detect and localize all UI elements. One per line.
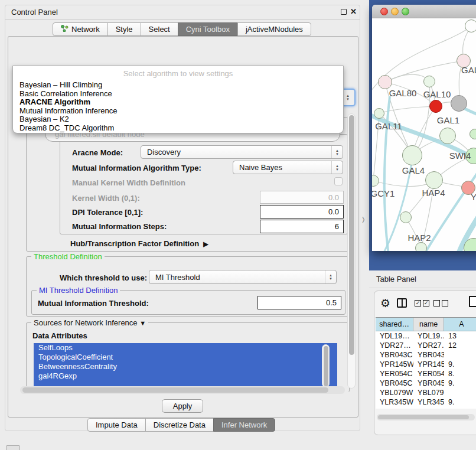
- minimized-panel-icon[interactable]: [6, 445, 20, 450]
- hub-definition-toggle[interactable]: Hub/Transcription Factor Definition ▶: [70, 239, 208, 248]
- table-cell: YLR345W: [376, 397, 413, 407]
- mac-zoom-icon[interactable]: [402, 8, 409, 15]
- table-cell: 9.: [444, 397, 476, 407]
- data-attributes-list[interactable]: SelfLoopsTopologicalCoefficientBetweenne…: [34, 343, 337, 389]
- attribute-item[interactable]: gal4RGexp: [34, 371, 337, 381]
- float-window-icon[interactable]: [341, 9, 347, 15]
- network-node[interactable]: [470, 129, 476, 139]
- apply-button[interactable]: Apply: [162, 399, 203, 413]
- table-cell: YDR27…: [413, 341, 444, 350]
- table-row[interactable]: YER054CYER054C8.: [376, 369, 476, 379]
- table-cell: 9.: [444, 407, 476, 409]
- network-canvas[interactable]: GALGAL80GAL10GAL1GAL11SWI4GAL4GCY1HAP4YH…: [372, 18, 476, 251]
- attribute-item[interactable]: TopologicalCoefficient: [34, 353, 337, 362]
- table-header-row: shared… name A: [376, 318, 476, 331]
- mi-steps-input[interactable]: 6: [260, 220, 344, 233]
- dropdown-item[interactable]: Mutual Information Inference: [13, 107, 343, 116]
- node-label: GCY1: [372, 188, 395, 198]
- network-node[interactable]: [374, 108, 384, 119]
- close-icon[interactable]: ✕: [350, 7, 357, 16]
- mac-minimize-icon[interactable]: [391, 8, 399, 15]
- dropdown-item[interactable]: Basic Correlation Inference: [13, 90, 343, 99]
- tab-impute-data[interactable]: Impute Data: [87, 418, 146, 432]
- dropdown-item[interactable]: Bayesian – Hill Climbing: [13, 81, 343, 90]
- table-row[interactable]: YIL052CYIL052C9.: [376, 407, 476, 409]
- control-panel-tabbar: NetworkStyleSelectCyni ToolboxjActiveMNo…: [53, 22, 311, 36]
- column-header[interactable]: name: [413, 318, 444, 331]
- table-cell: YDL19…: [413, 331, 444, 341]
- table-row[interactable]: YBR043CYBR043C: [376, 350, 476, 360]
- table-panel: ⚙ ✓ ✓ shared… name A YDL19…YDL19…13YDR27…: [374, 291, 476, 435]
- column-header[interactable]: shared…: [376, 318, 413, 331]
- panel-divider-grip[interactable]: ❭: [361, 216, 365, 223]
- network-node[interactable]: [415, 242, 427, 251]
- tab-network[interactable]: Network: [53, 22, 108, 36]
- gear-icon[interactable]: ⚙: [380, 296, 390, 310]
- tab-infer-network[interactable]: Infer Network: [213, 418, 275, 432]
- node-label: GAL1: [437, 115, 459, 125]
- network-node[interactable]: [465, 19, 476, 32]
- settings-vertical-scrollbar[interactable]: [347, 113, 356, 389]
- sources-group: Sources for Network Inference ▼ Data Att…: [26, 322, 350, 392]
- network-node[interactable]: [425, 171, 443, 189]
- table-cell: YBR045C: [376, 379, 413, 388]
- deselect-all-icon[interactable]: [442, 300, 448, 306]
- select-all-icon[interactable]: ✓: [415, 300, 421, 306]
- manual-kernel-checkbox[interactable]: [334, 177, 343, 185]
- table-row[interactable]: YLR345WYLR345W9.: [376, 397, 476, 407]
- combo-stepper-icon: ▲▼: [331, 161, 343, 174]
- settings-horizontal-scrollbar[interactable]: [20, 386, 345, 394]
- attribute-item[interactable]: BetweennessCentrality: [34, 362, 337, 371]
- deselect-all-icon[interactable]: [433, 300, 440, 306]
- table-row[interactable]: YDL19…YDL19…13: [376, 331, 476, 341]
- network-node[interactable]: [439, 128, 456, 144]
- tab-style[interactable]: Style: [107, 22, 141, 36]
- network-node[interactable]: [423, 76, 435, 87]
- settings-scroll-area: Cyni Algorithm Settings Algorithm Defini…: [9, 112, 358, 396]
- tab-jactivemnodules[interactable]: jActiveMNodules: [237, 22, 311, 36]
- select-all-icon[interactable]: ✓: [423, 300, 429, 306]
- table-row[interactable]: YBL079WYBL079W: [376, 388, 476, 397]
- dropdown-item[interactable]: Dream8 DC_TDC Algorithm: [13, 124, 343, 133]
- column-header[interactable]: A: [444, 318, 476, 331]
- dpi-tolerance-input[interactable]: 0.0: [260, 205, 344, 219]
- export-table-icon[interactable]: [469, 296, 476, 307]
- tab-select[interactable]: Select: [141, 22, 178, 36]
- node-label: GAL80: [389, 88, 417, 98]
- network-node[interactable]: [451, 95, 467, 112]
- columns-icon[interactable]: [397, 298, 407, 308]
- kernel-width-label: Kernel Width (0,1):: [72, 194, 140, 203]
- aracne-mode-combo[interactable]: Discovery ▲▼: [141, 145, 343, 159]
- table-row[interactable]: YPR145WYPR145W9.: [376, 360, 476, 369]
- tab-cyni-toolbox[interactable]: Cyni Toolbox: [178, 22, 238, 36]
- mac-close-icon[interactable]: [380, 8, 388, 15]
- kernel-width-input[interactable]: 0.0: [260, 191, 344, 204]
- table-cell: YIL052C: [376, 407, 413, 409]
- which-threshold-value: MI Threshold: [155, 273, 200, 282]
- table-body: YDL19…YDL19…13YDR27…YDR27…12YBR043CYBR04…: [376, 331, 476, 409]
- network-node[interactable]: [400, 211, 412, 223]
- table-cell: YBR045C: [413, 379, 444, 388]
- table-row[interactable]: YBR045CYBR045C9.: [376, 379, 476, 388]
- network-node[interactable]: [378, 75, 392, 89]
- table-row[interactable]: YDR27…YDR27…12: [376, 341, 476, 350]
- mi-type-combo[interactable]: Naive Bayes ▲▼: [233, 161, 343, 174]
- network-icon: [61, 25, 69, 34]
- tab-label: Discretize Data: [154, 420, 206, 429]
- tab-discretize-data[interactable]: Discretize Data: [145, 418, 214, 432]
- algorithm-dropdown-list: Select algorithm to view settings Bayesi…: [12, 66, 344, 133]
- dropdown-item[interactable]: Bayesian – K2: [13, 115, 343, 124]
- attributes-list-scrollbar[interactable]: [322, 344, 330, 387]
- network-node[interactable]: [402, 145, 422, 165]
- network-node[interactable]: [429, 100, 442, 113]
- tab-label: Infer Network: [221, 420, 267, 429]
- sources-title[interactable]: Sources for Network Inference ▼: [31, 318, 148, 327]
- mi-threshold-input[interactable]: 0.5: [257, 296, 341, 309]
- which-threshold-combo[interactable]: MI Threshold ▲▼: [149, 270, 337, 284]
- dropdown-item[interactable]: ARACNE Algorithm: [13, 98, 343, 107]
- table-cell: YPR145W: [413, 360, 444, 369]
- attribute-item[interactable]: SelfLoops: [34, 343, 337, 353]
- table-horizontal-scrollbar[interactable]: [377, 414, 475, 420]
- table-cell: YER054C: [376, 369, 413, 379]
- manual-kernel-label: Manual Kernel Width Definition: [72, 178, 185, 187]
